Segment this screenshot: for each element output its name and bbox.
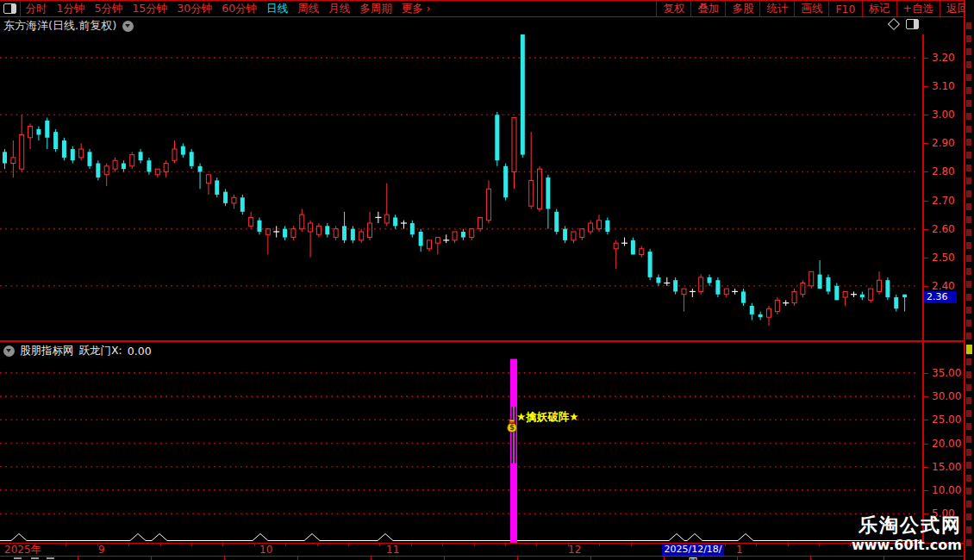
right-strip-text-fragment: [966, 384, 971, 391]
period-tab-10[interactable]: 更多 ›: [396, 2, 435, 16]
date-tick: [254, 544, 255, 546]
watermark: 乐淘公式网 www.60lt.com: [852, 514, 962, 554]
right-strip-text-fragment: [966, 61, 971, 68]
toolbar-action-3[interactable]: 统计: [759, 1, 794, 16]
date-tick: [348, 544, 349, 546]
title-bar-icons: [890, 19, 919, 29]
indicator-tick: [924, 396, 928, 397]
indicator-name-label: 跃龙门X:: [79, 344, 122, 358]
title-dropdown-icon[interactable]: [122, 21, 134, 32]
watermark-line1: 乐淘公式网: [852, 514, 962, 537]
price-tick: [924, 258, 928, 258]
right-strip-text-fragment: [966, 113, 971, 120]
date-tick: [317, 544, 318, 546]
period-tab-7[interactable]: 周线: [293, 2, 324, 16]
period-tab-4[interactable]: 30分钟: [172, 2, 217, 16]
date-label: 1: [736, 544, 743, 556]
toolbar-action-5[interactable]: F10: [828, 1, 861, 16]
period-tab-5[interactable]: 60分钟: [217, 2, 262, 16]
period-tab-3[interactable]: 15分钟: [128, 2, 172, 16]
toolbar-action-1[interactable]: 叠加: [690, 1, 725, 16]
bottom-tick: [590, 557, 591, 560]
right-strip-text-fragment: [966, 513, 971, 520]
candlestick-chart[interactable]: [0, 34, 922, 341]
price-label: 2.60: [932, 223, 955, 235]
price-tick: [924, 286, 928, 287]
right-strip-text-fragment: [966, 216, 971, 223]
period-tab-9[interactable]: 多周期: [355, 2, 397, 16]
price-tick: [924, 58, 928, 59]
price-label: 3.10: [932, 80, 955, 92]
bottom-tick: [517, 557, 518, 560]
indicator-chart[interactable]: [0, 342, 922, 543]
right-strip-text-fragment: [966, 358, 971, 365]
svg-text:$: $: [509, 423, 515, 432]
right-strip-text-fragment: [966, 449, 971, 456]
indicator-value-label: 20.00: [932, 438, 961, 450]
watermark-line2: www.60lt.com: [852, 537, 962, 554]
date-tick: [66, 544, 66, 546]
right-strip-text-fragment: [966, 488, 971, 495]
right-strip-text-fragment: [966, 100, 971, 107]
bottom-clipped-strip: [0, 557, 974, 560]
bottom-tick: [78, 557, 78, 560]
bottom-tick: [224, 557, 225, 560]
price-tick: [924, 86, 928, 87]
toolbar-action-0[interactable]: 复权: [656, 1, 690, 16]
period-tabs: 分时1分钟5分钟15分钟30分钟60分钟日线周线月线多周期更多 ›: [21, 2, 435, 16]
last-price-box: 2.36: [924, 291, 957, 303]
bottom-tick: [371, 557, 371, 560]
date-tick: [285, 544, 286, 546]
date-tick: [411, 544, 412, 546]
indicator-value: 0.00: [128, 345, 152, 358]
right-strip-text-fragment: [966, 190, 971, 197]
price-label: 2.70: [932, 195, 955, 207]
right-strip-text-fragment: [966, 294, 971, 301]
indicator-tick: [924, 467, 928, 468]
date-tick: [819, 544, 820, 546]
right-strip-text-fragment: [966, 87, 971, 94]
date-tick: [160, 544, 161, 546]
right-strip-text-fragment: [966, 436, 971, 443]
right-strip-text-fragment: [966, 48, 971, 55]
bottom-text-fragment: [31, 557, 39, 559]
indicator-value-label: 30.00: [932, 390, 961, 402]
indicator-site-label: 股朋指标网: [20, 344, 74, 358]
toolbar-action-6[interactable]: 标记: [862, 1, 896, 16]
date-tick: [725, 544, 726, 546]
indicator-tick: [924, 490, 928, 491]
split-window-icon[interactable]: [906, 19, 919, 29]
right-strip-yellow-fragment: [966, 345, 972, 354]
date-label: 2025年: [4, 544, 41, 556]
indicator-value-label: 10.00: [932, 484, 961, 496]
toolbar-action-4[interactable]: 画线: [794, 1, 828, 16]
right-strip-text-fragment: [966, 397, 971, 404]
bottom-text-fragment: [47, 557, 54, 559]
page-title: 东方海洋(日线.前复权): [3, 18, 116, 34]
period-tab-6[interactable]: 日线: [262, 2, 293, 16]
period-tab-1[interactable]: 1分钟: [52, 2, 90, 16]
date-label: 9: [98, 544, 105, 556]
right-strip-text-fragment: [966, 242, 971, 249]
right-strip-text-fragment: [966, 229, 971, 236]
period-tab-2[interactable]: 5分钟: [90, 2, 128, 16]
price-label: 3.00: [932, 109, 955, 121]
right-strip-text-fragment: [966, 165, 971, 171]
date-label: 12: [568, 544, 581, 556]
right-strip-text-fragment: [966, 268, 971, 275]
toolbar-action-2[interactable]: 多股: [725, 1, 759, 16]
right-strip-text-fragment: [966, 22, 971, 29]
layout-icon-button[interactable]: [0, 1, 21, 16]
layout-icon: [3, 3, 16, 14]
diamond-icon[interactable]: [888, 18, 900, 30]
price-label: 3.20: [932, 52, 955, 64]
toolbar-action-7[interactable]: +自选: [896, 1, 940, 16]
indicator-dropdown-icon[interactable]: [3, 345, 15, 357]
right-strip-text-fragment: [966, 423, 971, 430]
period-tab-8[interactable]: 月线: [324, 2, 355, 16]
price-label: 2.40: [932, 280, 955, 292]
period-tab-0[interactable]: 分时: [21, 2, 52, 16]
right-strip-text-fragment: [966, 371, 971, 378]
price-label: 2.90: [932, 137, 955, 149]
bottom-tick: [883, 557, 884, 560]
